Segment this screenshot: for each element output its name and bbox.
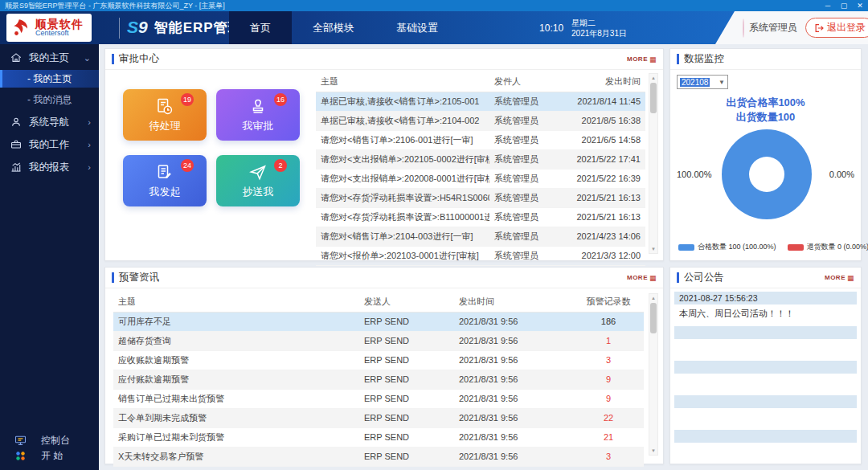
tile-label: 我审批: [243, 119, 274, 133]
stamp-icon: [248, 97, 268, 116]
alerts-scrollbar[interactable]: ▲ ▼: [649, 293, 658, 456]
console-button[interactable]: 控制台: [0, 433, 99, 448]
table-row[interactable]: 请您对<支出报销单>:202105-0002进行[审核]系统管理员2021/5/…: [316, 149, 645, 169]
table-row[interactable]: 请您对<存货浮动耗损率设置>:B11000001进行[审核]系统管理员2021/…: [316, 207, 645, 227]
tab-home[interactable]: 首页: [229, 11, 292, 44]
tile-cc-to-me[interactable]: 抄送我 2: [216, 155, 300, 206]
sidebar-item-my-work[interactable]: 我的工作 ›: [0, 136, 99, 153]
announcement-list: 2021-08-27 15:56:23本周六、周日公司活动！！！: [674, 292, 857, 464]
approval-table: 主题 发件人 发出时间 单据已审核,请接收<销售订单>:2105-001系统管理…: [316, 72, 645, 266]
sidebar-item-system-nav[interactable]: 系统导航 ›: [0, 113, 99, 131]
logout-button[interactable]: 退出登录: [805, 18, 868, 38]
announcements-more-button[interactable]: MORE▦: [825, 274, 854, 282]
legend-item-return[interactable]: 退货数量 0 (0.00%): [788, 242, 868, 252]
tile-label: 我发起: [149, 185, 181, 199]
tile-badge: 16: [274, 93, 287, 106]
tile-initiated-by-me[interactable]: 我发起 24: [123, 155, 207, 206]
chevron-right-icon: ›: [88, 162, 91, 172]
table-row[interactable]: 请您对<销售订单>:2104-003进行[一审]系统管理员2021/4/23 1…: [316, 227, 645, 246]
doc-clock-icon: [155, 97, 174, 116]
brand-name-cn: 顺景软件: [35, 18, 84, 30]
sidebar-item-my-reports[interactable]: 我的报表 ›: [0, 158, 99, 176]
sidebar-item-my-home[interactable]: - 我的主页: [0, 70, 99, 88]
table-row[interactable]: 单据已审核,请接收<销售订单>:2104-002系统管理员2021/8/5 16…: [316, 111, 645, 130]
donut-hole: [749, 157, 784, 192]
list-item[interactable]: [674, 326, 857, 359]
tab-all-modules[interactable]: 全部模块: [292, 11, 375, 44]
panel-accent-bar: [112, 272, 114, 283]
more-grid-icon: ▦: [649, 274, 657, 282]
chart-legend: 合格数量 100 (100.00%) 退货数量 0 (0.00%): [678, 242, 868, 252]
minimize-button[interactable]: ─: [820, 0, 836, 11]
more-grid-icon: ▦: [649, 55, 657, 63]
tile-badge: 19: [181, 93, 194, 106]
home-icon: [10, 51, 23, 64]
start-button[interactable]: 开 始: [0, 448, 99, 464]
period-dropdown[interactable]: 202108 ▼: [677, 75, 728, 89]
scroll-down-icon[interactable]: ▼: [649, 245, 657, 253]
monitor-headline-2: 出货数量100: [670, 110, 861, 125]
close-button[interactable]: ✕: [852, 0, 868, 11]
col-subject: 主题: [113, 292, 359, 312]
scroll-down-icon[interactable]: ▼: [649, 447, 657, 455]
chart-icon: [10, 161, 23, 174]
alerts-more-button[interactable]: MORE▦: [627, 274, 657, 282]
table-row[interactable]: 请您对<销售订单>:2106-001进行[一审]系统管理员2021/6/5 14…: [316, 130, 645, 149]
sidebar-item-my-messages[interactable]: - 我的消息: [0, 91, 99, 108]
header-divider: [119, 18, 120, 39]
tab-basic-settings[interactable]: 基础设置: [375, 11, 459, 44]
scroll-up-icon[interactable]: ▲: [649, 74, 657, 82]
col-sender: 发送人: [359, 292, 454, 312]
approval-tiles: 待处理 19 我审批 16 我发起 24 抄送我 2: [123, 89, 300, 206]
table-row[interactable]: 工令单到期未完成预警ERP SEND2021/8/31 9:5622: [113, 408, 644, 427]
tile-label: 待处理: [149, 119, 181, 133]
table-row[interactable]: 请您对<存货浮动耗损率设置>:H54R1S006002进行[审核]系统管理员20…: [316, 188, 645, 207]
table-row[interactable]: 应收账款逾期预警ERP SEND2021/8/31 9:563: [113, 350, 644, 370]
tile-badge: 2: [274, 159, 287, 172]
scroll-thumb[interactable]: [650, 83, 657, 113]
table-row[interactable]: 采购订单已过期未到货预警ERP SEND2021/8/31 9:5621: [113, 427, 644, 447]
panel-accent-bar: [112, 54, 114, 64]
logout-label: 退出登录: [827, 21, 866, 35]
list-item[interactable]: [674, 361, 857, 394]
panel-title: 公司公告: [684, 271, 724, 284]
avatar[interactable]: [743, 18, 744, 38]
col-subject: 主题: [316, 72, 489, 92]
maximize-button[interactable]: ▢: [836, 0, 852, 11]
list-item[interactable]: 2021-08-27 15:56:23本周六、周日公司活动！！！: [674, 292, 857, 325]
col-time: 发出时间: [454, 292, 573, 312]
sidebar-group-label: 我的主页: [29, 51, 69, 65]
sidebar-item-my-home-group[interactable]: 我的主页 ⌄: [0, 49, 99, 67]
list-item[interactable]: [674, 430, 857, 463]
sidebar: 我的主页 ⌄ - 我的主页 - 我的消息 系统导航 › 我的工作 › 我的报表 …: [0, 44, 99, 470]
tile-pending[interactable]: 待处理 19: [123, 89, 207, 141]
logout-icon: [814, 23, 824, 33]
table-row[interactable]: 可用库存不足ERP SEND2021/8/31 9:56186: [113, 312, 644, 331]
table-row[interactable]: 应付账款逾期预警ERP SEND2021/8/31 9:569: [113, 370, 644, 389]
scroll-thumb[interactable]: [650, 303, 657, 333]
start-dots-icon: [14, 450, 27, 462]
approval-center-panel: 审批中心 MORE▦ 待处理 19 我审批 16 我发: [104, 48, 664, 261]
table-row[interactable]: 单据已审核,请接收<销售订单>:2105-001系统管理员2021/8/14 1…: [316, 92, 645, 111]
approval-scrollbar[interactable]: ▲ ▼: [649, 73, 658, 254]
list-item[interactable]: [674, 395, 857, 428]
tile-my-approvals[interactable]: 我审批 16: [216, 89, 300, 141]
announcements-panel: 公司公告 MORE▦ 2021-08-27 15:56:23本周六、周日公司活动…: [669, 267, 862, 464]
approval-more-button[interactable]: MORE▦: [627, 55, 657, 63]
table-row[interactable]: 销售订单已过期未出货预警ERP SEND2021/8/31 9:569: [113, 389, 644, 408]
table-row[interactable]: 请您对<报价单>:202103-0001进行[审核]系统管理员2021/3/3 …: [316, 246, 645, 265]
monitor-headline-1: 出货合格率100%: [670, 96, 861, 110]
company-logo: 顺景软件 Centersoft: [6, 14, 92, 42]
alerts-table-body: 可用库存不足ERP SEND2021/8/31 9:56186超储存货查询ERP…: [113, 312, 644, 466]
legend-item-pass[interactable]: 合格数量 100 (100.00%): [678, 242, 776, 252]
window-title: 顺景S9智能ERP管理平台 - 广东顺景软件科技有限公司_ZY - [主菜单]: [5, 0, 225, 11]
table-row[interactable]: 请您对<支出报销单>:202008-0001进行[审核]系统管理员2021/5/…: [316, 169, 645, 188]
panel-accent-bar: [677, 272, 679, 283]
table-row[interactable]: 超储存货查询ERP SEND2021/8/31 9:561: [113, 331, 644, 350]
scroll-up-icon[interactable]: ▲: [649, 294, 657, 302]
col-time: 发出时间: [560, 72, 645, 92]
console-monitor-icon: [14, 435, 27, 447]
table-row[interactable]: X天未转交易客户预警ERP SEND2021/8/31 9:563: [113, 447, 644, 466]
chevron-down-icon: ⌄: [84, 53, 91, 63]
sidebar-item-label: 我的工作: [29, 138, 69, 152]
